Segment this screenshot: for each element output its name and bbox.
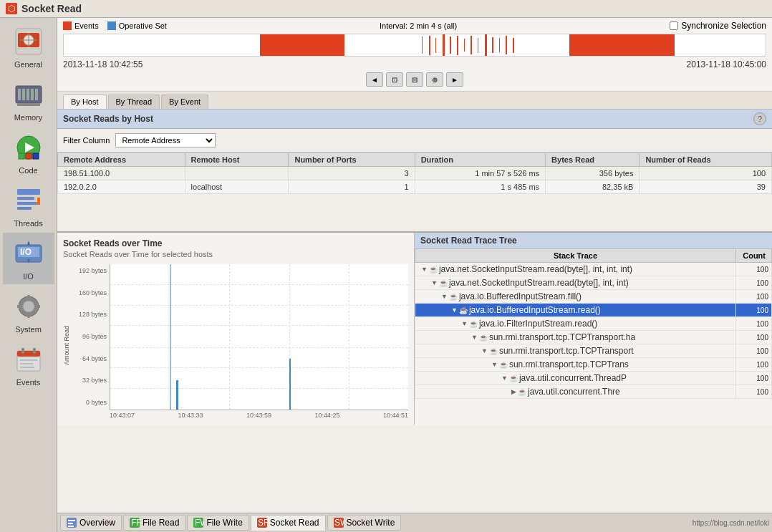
- svg-rect-10: [26, 89, 29, 100]
- table-container[interactable]: Remote Address Remote Host Number of Por…: [57, 153, 772, 231]
- svg-marker-28: [27, 241, 30, 245]
- x-label-3: 10:44:25: [314, 412, 339, 419]
- general-icon: [11, 24, 46, 59]
- col-stack-trace: Stack Trace: [415, 249, 736, 263]
- trace-cell-8: ▼ ☕ java.util.concurrent.ThreadP: [415, 372, 736, 385]
- sidebar-item-events-label: Events: [16, 378, 41, 387]
- events-legend-label: Events: [74, 21, 99, 30]
- trace-row-9[interactable]: ▶ ☕ java.util.concurrent.Thre 100: [415, 385, 772, 399]
- bottom-tab-overview[interactable]: Overview: [60, 515, 122, 531]
- timeline-zoom-fit-btn[interactable]: ⊡: [386, 72, 403, 87]
- svg-rect-39: [20, 359, 37, 361]
- trace-row-6[interactable]: ▼ ☕ sun.rmi.transport.tcp.TCPTransport 1…: [415, 344, 772, 358]
- sidebar-item-io[interactable]: I/O I/O: [3, 233, 54, 284]
- bottom-tab-file-write[interactable]: FW File Write: [187, 515, 249, 531]
- svg-rect-13: [17, 103, 40, 106]
- trace-row-3[interactable]: ▼ ☕ java.io.BufferedInputStream.read() 1…: [415, 304, 772, 317]
- arrow-1: ▼: [431, 279, 438, 286]
- cell-duration-2: 1 s 485 ms: [415, 180, 545, 194]
- java-icon-7: ☕: [499, 361, 508, 369]
- trace-count-9: 100: [736, 385, 772, 399]
- cell-duration-1: 1 min 57 s 526 ms: [415, 167, 545, 180]
- help-button[interactable]: ?: [753, 112, 766, 125]
- sidebar-item-events[interactable]: Events: [3, 339, 54, 390]
- svg-rect-20: [17, 197, 34, 200]
- trace-cell-2: ▼ ☕ java.io.BufferedInputStream.fill(): [415, 290, 736, 304]
- sync-checkbox[interactable]: [670, 21, 678, 30]
- trace-cell-3: ▼ ☕ java.io.BufferedInputStream.read(): [415, 304, 736, 317]
- bottom-tab-socket-write[interactable]: SW Socket Write: [327, 515, 402, 531]
- svg-rect-19: [17, 189, 40, 195]
- col-remote-address: Remote Address: [58, 153, 185, 167]
- trace-count-3: 100: [736, 304, 772, 317]
- svg-rect-40: [20, 363, 33, 364]
- sidebar-item-code[interactable]: Code: [3, 127, 54, 178]
- java-icon-0: ☕: [429, 266, 438, 274]
- bottom-tabs: Overview FR File Read FW File Write: [57, 513, 772, 532]
- trace-container[interactable]: Stack Trace Count ▼ ☕: [415, 248, 772, 425]
- svg-rect-22: [17, 207, 32, 210]
- bottom-tab-socket-read[interactable]: SR Socket Read: [251, 515, 326, 531]
- trace-count-1: 100: [736, 276, 772, 290]
- trace-row-5[interactable]: ▼ ☕ sun.rmi.transport.tcp.TCPTransport.h…: [415, 331, 772, 344]
- chart-subtitle: Socket Reads over Time for selected host…: [63, 250, 408, 258]
- sidebar-item-threads[interactable]: Threads: [3, 180, 54, 231]
- trace-row-8[interactable]: ▼ ☕ java.util.concurrent.ThreadP 100: [415, 372, 772, 385]
- sidebar-item-general[interactable]: General: [3, 21, 54, 72]
- trace-header-row: Stack Trace Count: [415, 249, 772, 263]
- cell-ports-2: 1: [289, 180, 415, 194]
- tab-by-thread[interactable]: By Thread: [108, 95, 160, 109]
- trace-row-1[interactable]: ▼ ☕ java.net.SocketInputStream.read(byte…: [415, 276, 772, 290]
- timeline-zoom-sel-btn[interactable]: ⊟: [406, 72, 423, 87]
- operative-legend-box: [107, 21, 116, 30]
- filter-select[interactable]: Remote Address Remote Host Number of Por…: [115, 133, 216, 147]
- svg-rect-23: [37, 198, 40, 205]
- table-row[interactable]: 192.0.2.0 localhost 1 1 s 485 ms 82,35 k…: [58, 180, 772, 194]
- sidebar: General Memory: [0, 18, 57, 532]
- interval-text: Interval: 2 min 4 s (all): [380, 21, 457, 30]
- trace-cell-5: ▼ ☕ sun.rmi.transport.tcp.TCPTransport.h…: [415, 331, 736, 344]
- sidebar-item-system[interactable]: System: [3, 286, 54, 337]
- chart-plot: [110, 264, 408, 410]
- system-icon: [11, 289, 46, 324]
- trace-row-4[interactable]: ▼ ☕ java.io.FilterInputStream.read() 100: [415, 317, 772, 331]
- y-label-6: 192 bytes: [79, 267, 107, 274]
- cell-host-1: [185, 167, 289, 180]
- trace-row-2[interactable]: ▼ ☕ java.io.BufferedInputStream.fill() 1…: [415, 290, 772, 304]
- tab-by-event[interactable]: By Event: [161, 95, 208, 109]
- arrow-6: ▼: [481, 347, 488, 354]
- sidebar-item-memory-label: Memory: [14, 113, 43, 122]
- tab-by-host[interactable]: By Host: [63, 95, 107, 109]
- timeline-zoom-in-btn[interactable]: ⊕: [426, 72, 443, 87]
- timeline-bar[interactable]: [63, 34, 766, 57]
- java-icon-9: ☕: [518, 388, 526, 396]
- x-label-1: 10:43:33: [178, 412, 203, 419]
- svg-text:FR: FR: [131, 518, 140, 528]
- trace-text-0: java.net.SocketInputStream.read(byte[], …: [439, 264, 632, 274]
- java-icon-4: ☕: [469, 320, 478, 328]
- trace-count-8: 100: [736, 372, 772, 385]
- y-label-4: 128 bytes: [79, 311, 107, 318]
- y-label-2: 64 bytes: [82, 355, 107, 362]
- trace-text-1: java.net.SocketInputStream.read(byte[], …: [449, 278, 629, 288]
- timeline-back-btn[interactable]: ◄: [366, 72, 383, 87]
- trace-row-0[interactable]: ▼ ☕ java.net.SocketInputStream.read(byte…: [415, 263, 772, 276]
- table-row[interactable]: 198.51.100.0 3 1 min 57 s 526 ms 356 byt…: [58, 167, 772, 180]
- sync-section: Synchronize Selection: [670, 21, 766, 31]
- trace-cell-4: ▼ ☕ java.io.FilterInputStream.read(): [415, 317, 736, 331]
- col-remote-host: Remote Host: [185, 153, 289, 167]
- x-label-4: 10:44:51: [383, 412, 408, 419]
- panel-header: Socket Reads by Host ?: [57, 110, 772, 129]
- bottom-tab-file-read[interactable]: FR File Read: [123, 515, 185, 531]
- cell-address-2: 192.0.2.0: [58, 180, 185, 194]
- sidebar-item-general-label: General: [14, 60, 42, 69]
- arrow-4: ▼: [461, 320, 468, 327]
- trace-cell-7: ▼ ☕ sun.rmi.transport.tcp.TCPTrans: [415, 358, 736, 372]
- timeline-section: Events Operative Set Interval: 2 min 4 s…: [57, 18, 772, 92]
- timeline-forward-btn[interactable]: ►: [446, 72, 463, 87]
- trace-row-7[interactable]: ▼ ☕ sun.rmi.transport.tcp.TCPTrans 100: [415, 358, 772, 372]
- socket-read-icon: SR: [257, 518, 267, 528]
- events-legend: Events: [63, 21, 99, 30]
- java-icon-8: ☕: [509, 374, 518, 382]
- sidebar-item-memory[interactable]: Memory: [3, 74, 54, 125]
